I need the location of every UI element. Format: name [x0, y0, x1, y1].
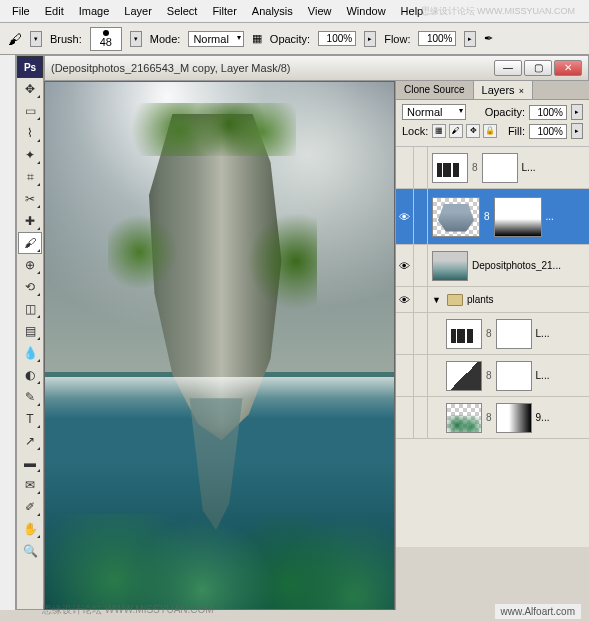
layer-row[interactable]: 👁 8... — [396, 189, 589, 245]
shape-tool[interactable]: ▬ — [18, 452, 42, 474]
history-brush-tool[interactable]: ⟲ — [18, 276, 42, 298]
link-column[interactable] — [414, 245, 428, 286]
path-tool[interactable]: ↗ — [18, 430, 42, 452]
eraser-tool[interactable]: ◫ — [18, 298, 42, 320]
type-tool[interactable]: T — [18, 408, 42, 430]
layer-opacity-input[interactable]: 100% — [529, 105, 567, 120]
wand-tool[interactable]: ✦ — [18, 144, 42, 166]
marquee-tool[interactable]: ▭ — [18, 100, 42, 122]
minimize-button[interactable]: — — [494, 60, 522, 76]
close-tab-icon[interactable]: × — [519, 86, 524, 96]
layer-row[interactable]: 👁 Depositphotos_21... — [396, 245, 589, 287]
visibility-toggle[interactable] — [396, 147, 414, 188]
brush-dropdown[interactable]: ▾ — [130, 31, 142, 47]
lock-all-icon[interactable]: 🔒 — [483, 124, 497, 138]
hand-tool[interactable]: ✋ — [18, 518, 42, 540]
pen-tool[interactable]: ✎ — [18, 386, 42, 408]
brush-tool[interactable]: 🖌 — [18, 232, 42, 254]
menu-layer[interactable]: Layer — [118, 3, 158, 19]
opacity-slider[interactable]: ▸ — [364, 31, 376, 47]
crop-tool[interactable]: ⌗ — [18, 166, 42, 188]
menu-view[interactable]: View — [302, 3, 338, 19]
visibility-toggle[interactable] — [396, 397, 414, 438]
adjustment-thumb[interactable] — [432, 153, 468, 183]
tab-layers[interactable]: Layers× — [474, 81, 533, 99]
visibility-toggle[interactable]: 👁 — [396, 245, 414, 286]
panels-area: Clone Source Layers× Normal Opacity: 100… — [395, 81, 589, 610]
watermark-top: 思缘设计论坛 WWW.MISSYUAN.COM — [421, 5, 576, 18]
mask-thumb[interactable] — [496, 319, 532, 349]
eyedropper-tool[interactable]: ✐ — [18, 496, 42, 518]
expand-toggle[interactable]: ▼ — [432, 295, 441, 305]
lock-pixels-icon[interactable]: 🖌 — [449, 124, 463, 138]
menu-image[interactable]: Image — [73, 3, 116, 19]
canvas[interactable] — [44, 81, 395, 610]
zoom-tool[interactable]: 🔍 — [18, 540, 42, 562]
flow-input[interactable]: 100% — [418, 31, 456, 46]
link-column[interactable] — [414, 397, 428, 438]
menu-window[interactable]: Window — [340, 3, 391, 19]
menu-filter[interactable]: Filter — [206, 3, 242, 19]
link-column[interactable] — [414, 287, 428, 312]
brush-panel-icon[interactable]: ▦ — [252, 32, 262, 45]
layer-row[interactable]: 8L... — [396, 355, 589, 397]
opacity-input[interactable]: 100% — [318, 31, 356, 46]
link-column[interactable] — [414, 313, 428, 354]
layer-row[interactable]: 89... — [396, 397, 589, 439]
layer-opacity-slider[interactable]: ▸ — [571, 104, 583, 120]
lock-transparent-icon[interactable]: ▦ — [432, 124, 446, 138]
blur-tool[interactable]: 💧 — [18, 342, 42, 364]
mask-thumb[interactable] — [494, 197, 542, 237]
brush-preview[interactable]: 48 — [90, 27, 122, 51]
gradient-tool[interactable]: ▤ — [18, 320, 42, 342]
mask-thumb[interactable] — [496, 361, 532, 391]
lock-position-icon[interactable]: ✥ — [466, 124, 480, 138]
mode-select[interactable]: Normal — [188, 31, 243, 47]
tool-preset-dropdown[interactable]: ▾ — [30, 31, 42, 47]
mode-label: Mode: — [150, 33, 181, 45]
flow-slider[interactable]: ▸ — [464, 31, 476, 47]
menu-select[interactable]: Select — [161, 3, 204, 19]
airbrush-icon[interactable]: ✒ — [484, 32, 493, 45]
maximize-button[interactable]: ▢ — [524, 60, 552, 76]
layer-group-row[interactable]: 👁 ▼plants — [396, 287, 589, 313]
layer-thumb[interactable] — [446, 403, 482, 433]
menu-edit[interactable]: Edit — [39, 3, 70, 19]
visibility-toggle[interactable] — [396, 355, 414, 396]
tab-clone-source[interactable]: Clone Source — [396, 81, 474, 99]
brush-label: Brush: — [50, 33, 82, 45]
visibility-toggle[interactable]: 👁 — [396, 189, 414, 244]
layer-row[interactable]: 8L... — [396, 313, 589, 355]
lasso-tool[interactable]: ⌇ — [18, 122, 42, 144]
adjustment-thumb[interactable] — [446, 361, 482, 391]
visibility-toggle[interactable]: 👁 — [396, 287, 414, 312]
close-button[interactable]: ✕ — [554, 60, 582, 76]
panel-tabs: Clone Source Layers× — [396, 81, 589, 100]
dodge-tool[interactable]: ◐ — [18, 364, 42, 386]
layer-row[interactable]: 8L... — [396, 147, 589, 189]
brush-tool-icon[interactable]: 🖌 — [8, 31, 22, 47]
adjustment-thumb[interactable] — [446, 319, 482, 349]
link-column[interactable] — [414, 355, 428, 396]
heal-tool[interactable]: ✚ — [18, 210, 42, 232]
notes-tool[interactable]: ✉ — [18, 474, 42, 496]
link-icon: 8 — [484, 211, 490, 222]
document-titlebar[interactable]: (Depositphotos_2166543_M copy, Layer Mas… — [44, 55, 589, 81]
blend-mode-select[interactable]: Normal — [402, 104, 466, 120]
visibility-toggle[interactable] — [396, 313, 414, 354]
move-tool[interactable]: ✥ — [18, 78, 42, 100]
link-column[interactable] — [414, 147, 428, 188]
layer-thumb[interactable] — [432, 197, 480, 237]
link-icon: 8 — [486, 370, 492, 381]
slice-tool[interactable]: ✂ — [18, 188, 42, 210]
document-area: (Depositphotos_2166543_M copy, Layer Mas… — [44, 55, 589, 610]
link-column[interactable] — [414, 189, 428, 244]
mask-thumb[interactable] — [482, 153, 518, 183]
menu-file[interactable]: File — [6, 3, 36, 19]
layer-thumb[interactable] — [432, 251, 468, 281]
fill-slider[interactable]: ▸ — [571, 123, 583, 139]
mask-thumb[interactable] — [496, 403, 532, 433]
menu-analysis[interactable]: Analysis — [246, 3, 299, 19]
fill-input[interactable]: 100% — [529, 124, 567, 139]
stamp-tool[interactable]: ⊕ — [18, 254, 42, 276]
